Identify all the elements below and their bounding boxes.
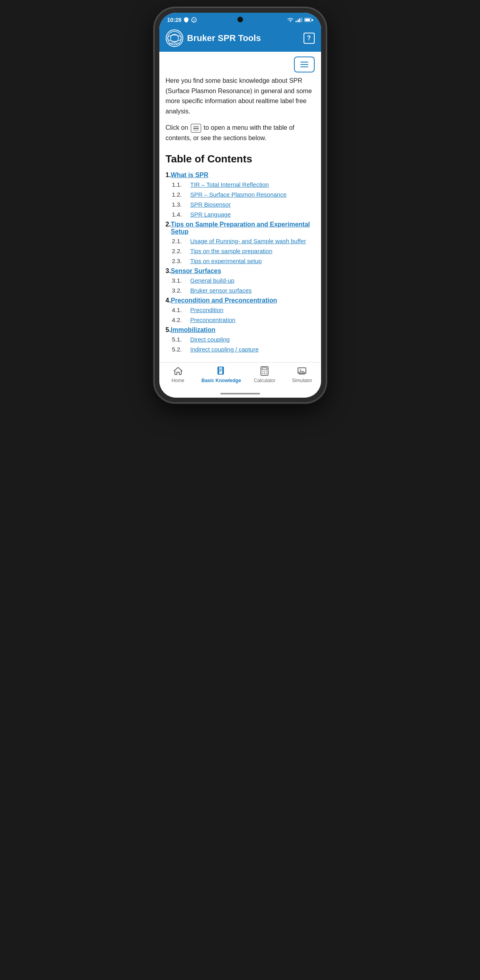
shield-icon <box>184 17 189 23</box>
toc-sub-item-1-3: 1.3. SPR Biosensor <box>166 201 315 208</box>
toc-sub-link-2-3[interactable]: Tips on experimental setup <box>190 258 262 264</box>
inline-h-line-2 <box>193 128 199 129</box>
toc-sub-num-5-2: 5.2. <box>172 346 190 353</box>
face-icon <box>191 17 197 23</box>
toc-sub-link-1-4[interactable]: SPR Language <box>190 211 231 218</box>
instruction-paragraph: Click on to open a menu with the table o… <box>166 123 315 143</box>
svg-rect-8 <box>219 367 223 374</box>
toc-sub-item-1-1: 1.1. TIR – Total Internal Reflection <box>166 181 315 188</box>
toc-sub-item-3-1: 3.1. General build-up <box>166 277 315 284</box>
inline-h-line-1 <box>193 126 199 127</box>
book-icon <box>216 366 226 376</box>
toc-sub-link-1-2[interactable]: SPR – Surface Plasmon Resonance <box>190 191 287 198</box>
nav-item-calculator[interactable]: Calculator <box>251 366 278 383</box>
svg-point-17 <box>263 373 263 374</box>
nav-label-home: Home <box>172 378 184 383</box>
toc-sub-num-1-3: 1.3. <box>172 201 190 208</box>
toc-sub-link-5-2[interactable]: Indirect coupling / capture <box>190 346 259 353</box>
toc-sub-num-1-4: 1.4. <box>172 211 190 218</box>
toc-sub-num-3-1: 3.1. <box>172 277 190 284</box>
toc-list: 1. What is SPR 1.1. TIR – Total Internal… <box>166 172 315 353</box>
bottom-nav: Home Basic Knowledge <box>159 362 321 391</box>
home-bar <box>220 393 260 394</box>
toc-section-3-number: 3. <box>166 267 171 275</box>
toc-section-1-link[interactable]: What is SPR <box>171 172 208 179</box>
status-left: 10:28 <box>167 17 197 23</box>
toc-sub-item-2-2: 2.2. Tips on the sample preparation <box>166 248 315 254</box>
toc-section-1: 1. What is SPR 1.1. TIR – Total Internal… <box>166 172 315 218</box>
logo-svg: BRUKER <box>167 31 182 46</box>
toc-sub-link-1-3[interactable]: SPR Biosensor <box>190 201 231 208</box>
svg-text:BRUKER: BRUKER <box>169 42 180 45</box>
calculator-icon <box>260 366 269 376</box>
toc-section-3-subs: 3.1. General build-up 3.2. Bruker sensor… <box>166 277 315 294</box>
signal-icon <box>296 18 302 22</box>
svg-point-14 <box>263 371 263 372</box>
toc-sub-item-5-1: 5.1. Direct coupling <box>166 336 315 343</box>
toc-section-4-number: 4. <box>166 297 171 304</box>
menu-button[interactable] <box>294 57 315 72</box>
toc-sub-link-3-1[interactable]: General build-up <box>190 277 235 284</box>
help-button[interactable]: ? <box>304 33 315 44</box>
svg-rect-20 <box>298 368 306 373</box>
toc-sub-item-4-2: 4.2. Preconcentration <box>166 316 315 323</box>
toc-sub-link-4-2[interactable]: Preconcentration <box>190 316 235 323</box>
nav-item-basic-knowledge[interactable]: Basic Knowledge <box>202 366 241 383</box>
inline-hamburger <box>193 126 199 131</box>
toc-sub-link-5-1[interactable]: Direct coupling <box>190 336 230 343</box>
toc-sub-link-2-2[interactable]: Tips on the sample preparation <box>190 248 272 254</box>
toc-sub-item-5-2: 5.2. Indirect coupling / capture <box>166 346 315 353</box>
nav-item-simulator[interactable]: Simulator <box>288 366 316 383</box>
toc-section-3-link[interactable]: Sensor Surfaces <box>171 267 221 275</box>
header-left: BRUKER Bruker SPR Tools <box>166 29 261 47</box>
simulator-icon <box>297 366 307 376</box>
toc-section-1-number: 1. <box>166 172 171 179</box>
content-body: Here you find some basic knowledge about… <box>159 76 321 362</box>
toc-section-5-subs: 5.1. Direct coupling 5.2. Indirect coupl… <box>166 336 315 353</box>
instruction-before: Click on <box>166 124 188 131</box>
toc-sub-link-1-1[interactable]: TIR – Total Internal Reflection <box>190 181 269 188</box>
toc-sub-link-2-1[interactable]: Usage of Running- and Sample wash buffer <box>190 238 306 244</box>
toc-section-4-link[interactable]: Precondition and Preconcentration <box>171 297 277 304</box>
svg-point-0 <box>192 18 196 22</box>
phone-frame: 10:28 <box>155 8 326 402</box>
toc-sub-link-3-2[interactable]: Bruker sensor surfaces <box>190 287 252 294</box>
toc-section-5: 5. Immobilization 5.1. Direct coupling 5… <box>166 326 315 353</box>
svg-point-15 <box>264 371 265 372</box>
toc-sub-num-2-3: 2.3. <box>172 258 190 264</box>
toc-sub-link-4-1[interactable]: Precondition <box>190 306 223 313</box>
toc-section-4-row: 4. Precondition and Preconcentration <box>166 297 315 304</box>
toc-sub-num-4-2: 4.2. <box>172 316 190 323</box>
home-indicator <box>159 391 321 398</box>
toc-section-4: 4. Precondition and Preconcentration 4.1… <box>166 297 315 323</box>
toc-section-5-number: 5. <box>166 326 171 334</box>
toc-section-3: 3. Sensor Surfaces 3.1. General build-up… <box>166 267 315 294</box>
nav-label-calculator: Calculator <box>254 378 275 383</box>
toc-sub-item-1-4: 1.4. SPR Language <box>166 211 315 218</box>
home-icon <box>173 366 183 376</box>
app-title: Bruker SPR Tools <box>187 33 261 43</box>
toc-sub-num-4-1: 4.1. <box>172 306 190 313</box>
hamburger-line-1 <box>300 62 308 62</box>
inline-h-line-3 <box>193 130 199 131</box>
svg-point-2 <box>194 19 195 20</box>
toc-section-1-subs: 1.1. TIR – Total Internal Reflection 1.2… <box>166 181 315 218</box>
nav-label-simulator: Simulator <box>292 378 312 383</box>
battery-icon <box>304 18 313 22</box>
toc-sub-item-2-1: 2.1. Usage of Running- and Sample wash b… <box>166 238 315 244</box>
hamburger-icon <box>300 62 308 67</box>
toc-sub-num-2-2: 2.2. <box>172 248 190 254</box>
toc-sub-num-5-1: 5.1. <box>172 336 190 343</box>
toc-section-5-row: 5. Immobilization <box>166 326 315 334</box>
phone-screen: 10:28 <box>159 13 321 398</box>
svg-point-18 <box>264 373 265 374</box>
intro-paragraph: Here you find some basic knowledge about… <box>166 76 315 116</box>
toc-section-5-link[interactable]: Immobilization <box>171 326 216 334</box>
toc-title: Table of Contents <box>166 153 315 165</box>
nav-item-home[interactable]: Home <box>164 366 192 383</box>
toc-section-2-link[interactable]: Tips on Sample Preparation and Experimen… <box>171 221 315 235</box>
toc-sub-num-1-1: 1.1. <box>172 181 190 188</box>
svg-rect-13 <box>262 368 267 370</box>
toc-section-3-row: 3. Sensor Surfaces <box>166 267 315 275</box>
toc-section-4-subs: 4.1. Precondition 4.2. Preconcentration <box>166 306 315 323</box>
